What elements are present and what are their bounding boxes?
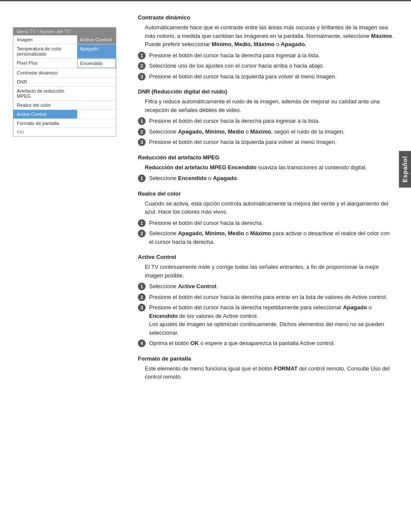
step: 1 Seleccione Active Control. [138, 282, 394, 291]
step-text: Seleccione Active Control. [149, 282, 394, 291]
tv-menu-row: Artefacto de reducción MPEG [13, 87, 116, 101]
step-text: Presione el botón del cursor hacia la de… [149, 117, 394, 125]
tv-menu-value [77, 87, 116, 100]
tv-menu-footer-row: Info [13, 128, 116, 136]
section-title-active-control: Active Control [138, 254, 394, 260]
section-title-formato: Formato de pantalla [138, 355, 394, 362]
step: 3 Presione el botón del cursor hacia la … [138, 138, 394, 146]
tv-menu-label: Contraste dinámico [13, 68, 77, 77]
section-body-formato: Este elemento de menú funciona igual que… [145, 364, 394, 381]
step: 1 Presione el botón del cursor hacia la … [138, 117, 394, 125]
step-text: Seleccione Encendido o Apagado. [149, 174, 394, 183]
step-text: Seleccione Apagado, Mínimo, Medio o Máxi… [149, 128, 394, 136]
tv-menu-value: Active Control [77, 35, 116, 44]
step-text: Seleccione Apagado, Mínimo, Medio o Máxi… [149, 229, 394, 246]
section-body-mpeg: Reducción del artefacto MPEG Encendido s… [145, 163, 394, 172]
section-title-realce: Realce del color [138, 190, 394, 197]
step-number: 1 [138, 283, 146, 290]
step-number: 4 [138, 339, 146, 347]
step-text: Presione el botón del cursor hacia la de… [149, 303, 394, 337]
tv-menu-header: Menú TV / Ajustes del TV [13, 28, 116, 35]
step-number: 3 [138, 304, 146, 311]
section-body-dnr: Filtra y reduce automáticamente el ruido… [145, 97, 394, 114]
step-number: 3 [138, 73, 146, 81]
tv-menu-row: Imagen Active Control [13, 35, 116, 44]
step: 1 Seleccione Encendido o Apagado. [138, 174, 394, 183]
step-number: 2 [138, 62, 146, 70]
tv-menu-value [77, 68, 116, 77]
tv-menu-row: Active Control [13, 110, 116, 119]
step-number: 1 [138, 52, 146, 59]
step: 2 Presione el botón del cursor hacia la … [138, 293, 394, 302]
tv-menu-row: Pixel Plus Encendido [13, 59, 116, 68]
step-text: Seleccione uno de los ajustes con el cur… [149, 62, 394, 70]
step: 2 Seleccione Apagado, Mínimo, Medio o Má… [138, 229, 394, 246]
tv-menu-value [77, 101, 116, 109]
side-tab-espanol: Español [399, 151, 411, 187]
step-number: 1 [138, 174, 146, 182]
step-number: 1 [138, 117, 146, 125]
tv-menu-label: Realce del color [13, 101, 77, 109]
tv-menu-value [77, 110, 116, 118]
tv-menu-label-active: Active Control [13, 110, 77, 118]
tv-menu-value [77, 119, 116, 128]
step: 1 Presione el botón del cursor hacia la … [138, 51, 394, 60]
section-title-mpeg: Reducción del artefacto MPEG [138, 154, 394, 161]
step-text: Presione el botón del cursor hacia la de… [149, 293, 394, 302]
tv-menu-value: Encendido [77, 59, 116, 68]
step-number: 3 [138, 138, 146, 146]
section-title-contraste: Contraste dinámico [138, 14, 394, 21]
right-panel: Contraste dinámico Automáticamente hace … [129, 1, 411, 532]
step: 1 Presione el botón del cursor hacia la … [138, 219, 394, 227]
step-text: Presione el botón del cursor hacia la de… [149, 219, 394, 227]
tv-menu-label: Formato de pantalla [13, 119, 77, 128]
tv-menu-footer: Info [13, 128, 28, 136]
tv-menu-value [77, 78, 116, 86]
tv-menu-row: DNR [13, 78, 116, 87]
left-panel: Menú TV / Ajustes del TV Imagen Active C… [0, 1, 129, 532]
step: 3 Presione el botón del cursor hacia la … [138, 72, 394, 81]
step: 3 Presione el botón del cursor hacia la … [138, 303, 394, 337]
section-body-active-control: El TV continuamente mide y corrige todas… [145, 263, 394, 280]
tv-menu-box: Menú TV / Ajustes del TV Imagen Active C… [13, 27, 116, 137]
step-text: Oprima el botón OK o espere a que desapa… [149, 339, 394, 348]
step-text: Presione el botón del cursor hacia la iz… [149, 72, 394, 81]
tv-menu-label: Pixel Plus [13, 59, 77, 68]
step-number: 2 [138, 128, 146, 136]
step: 4 Oprima el botón OK o espere a que desa… [138, 339, 394, 348]
step: 2 Seleccione uno de los ajustes con el c… [138, 62, 394, 70]
section-title-dnr: DNR (Reducción digital del ruido) [138, 88, 394, 95]
step-number: 1 [138, 219, 146, 227]
step-text: Presione el botón del cursor hacia la iz… [149, 138, 394, 146]
section-body-realce: Cuando se activa, esta opción controla a… [145, 199, 394, 216]
tv-menu-label: DNR [13, 78, 77, 86]
section-body-contraste: Automáticamente hace que el contraste en… [145, 23, 394, 49]
tv-menu-label: Artefacto de reducción MPEG [13, 87, 77, 100]
tv-menu-label: Imagen [13, 35, 77, 44]
step-number: 2 [138, 230, 146, 237]
tv-menu-row: Formato de pantalla [13, 119, 116, 128]
tv-menu-value: Apagado [77, 44, 116, 58]
step-text: Presione el botón del cursor hacia la de… [149, 51, 394, 60]
tv-menu-row: Temperatura de color personalizado Apaga… [13, 44, 116, 59]
step-number: 2 [138, 293, 146, 301]
tv-menu-row: Realce del color [13, 101, 116, 110]
step: 2 Seleccione Apagado, Mínimo, Medio o Má… [138, 128, 394, 136]
page-layout: Menú TV / Ajustes del TV Imagen Active C… [0, 1, 411, 532]
tv-menu-label: Temperatura de color personalizado [13, 44, 77, 58]
tv-menu-row: Contraste dinámico [13, 68, 116, 78]
